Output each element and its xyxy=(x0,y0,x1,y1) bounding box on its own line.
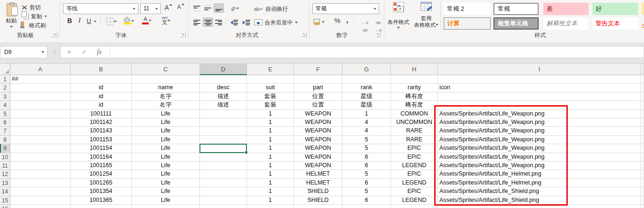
cell-D11[interactable] xyxy=(200,162,247,170)
cell-A2[interactable] xyxy=(10,84,71,92)
cell-A14[interactable] xyxy=(10,187,71,196)
cell-D7[interactable] xyxy=(200,127,247,135)
cell-C2[interactable]: name xyxy=(132,84,200,92)
cell-D15[interactable] xyxy=(200,196,247,205)
copy-button[interactable]: 复制 xyxy=(22,12,59,21)
cell-stub-10[interactable] xyxy=(641,153,644,162)
paste-button[interactable]: 粘贴 xyxy=(2,1,21,30)
cell-C16[interactable] xyxy=(132,205,200,208)
row-header-3[interactable]: 3 xyxy=(0,92,10,101)
font-name-dropdown-icon[interactable] xyxy=(133,8,135,10)
format-as-table-dropdown-icon[interactable] xyxy=(436,24,438,26)
cell-A15[interactable] xyxy=(10,196,71,205)
cell-style-good[interactable]: 好 xyxy=(592,3,638,15)
cell-A8[interactable] xyxy=(10,136,71,144)
paste-dropdown-icon[interactable] xyxy=(10,26,13,28)
cell-B7[interactable]: 1001143 xyxy=(71,127,132,135)
cell-stub-4[interactable] xyxy=(641,101,644,109)
cell-D5[interactable] xyxy=(200,110,247,118)
cell-F9[interactable]: WEAPON xyxy=(294,144,342,153)
cell-D13[interactable] xyxy=(200,179,247,187)
cell-stub-1[interactable] xyxy=(641,75,644,84)
format-painter-button[interactable]: 格式刷 xyxy=(21,21,58,30)
cell-stub-16[interactable] xyxy=(641,205,644,208)
row-header-11[interactable]: 11 xyxy=(0,162,10,170)
cell-H1[interactable] xyxy=(391,75,438,84)
increase-indent-button[interactable] xyxy=(241,18,252,26)
cell-H7[interactable]: RARE xyxy=(391,127,438,135)
cell-H12[interactable]: EPIC xyxy=(391,170,438,178)
cell-E9[interactable]: 1 xyxy=(247,144,294,153)
cell-G1[interactable] xyxy=(342,75,391,84)
shrink-font-button[interactable]: A xyxy=(175,4,186,10)
fill-color-dropdown-icon[interactable] xyxy=(131,20,134,22)
cell-E14[interactable]: 1 xyxy=(247,187,294,196)
row-header-14[interactable]: 14 xyxy=(0,187,10,196)
cell-C4[interactable]: 名字 xyxy=(132,101,200,109)
align-left-button[interactable] xyxy=(192,18,201,26)
underline-dropdown-icon[interactable] xyxy=(94,21,96,23)
name-box-dropdown-icon[interactable] xyxy=(41,51,44,53)
cell-C14[interactable]: Life xyxy=(132,187,200,196)
cell-H15[interactable]: LEGEND xyxy=(391,196,438,205)
cell-A7[interactable] xyxy=(10,127,71,135)
column-header-A[interactable]: A xyxy=(10,64,71,75)
row-header-8[interactable]: 8 xyxy=(0,136,10,144)
cell-C5[interactable]: Life xyxy=(132,110,200,118)
cell-A12[interactable] xyxy=(10,170,71,178)
accounting-dropdown-icon[interactable] xyxy=(322,21,325,23)
cell-H11[interactable]: LEGEND xyxy=(391,162,438,170)
cell-G8[interactable]: 5 xyxy=(342,136,391,144)
phonetic-button[interactable]: wén 文 xyxy=(158,16,174,25)
cell-E13[interactable]: 1 xyxy=(247,179,294,187)
cell-style-warning[interactable]: 警告文本 xyxy=(592,17,638,30)
underline-button[interactable]: U xyxy=(85,17,93,24)
cell-H2[interactable]: rarity xyxy=(391,84,438,92)
cell-C15[interactable]: Life xyxy=(132,196,200,205)
cell-F3[interactable]: 位置 xyxy=(294,92,342,101)
cell-style-explanatory[interactable]: 解释性文本 xyxy=(543,17,588,30)
cell-F13[interactable]: HELMET xyxy=(294,179,342,187)
cell-I1[interactable] xyxy=(438,75,641,84)
cell-B14[interactable]: 1001354 xyxy=(71,187,132,196)
cell-stub-14[interactable] xyxy=(641,187,644,196)
cell-B2[interactable]: id xyxy=(71,84,132,92)
align-middle-button[interactable] xyxy=(203,4,212,12)
column-header-H[interactable]: H xyxy=(391,64,438,75)
fill-color-button[interactable] xyxy=(121,16,136,25)
row-header-10[interactable]: 10 xyxy=(0,153,10,162)
cell-E16[interactable] xyxy=(247,205,294,208)
cell-F6[interactable]: WEAPON xyxy=(294,118,342,127)
cell-F4[interactable]: 位置 xyxy=(294,101,342,109)
cell-A4[interactable] xyxy=(10,101,71,109)
cell-style-normal2[interactable]: 常规 2 xyxy=(444,3,491,15)
cell-A13[interactable] xyxy=(10,179,71,187)
cell-D16[interactable] xyxy=(200,205,247,208)
cell-E5[interactable]: 1 xyxy=(247,110,294,118)
cell-C6[interactable]: Life xyxy=(132,118,200,127)
cell-E8[interactable]: 1 xyxy=(247,136,294,144)
cell-D12[interactable] xyxy=(200,170,247,178)
cell-H16[interactable] xyxy=(391,205,438,208)
cell-G16[interactable] xyxy=(342,205,391,208)
column-header-stub[interactable] xyxy=(641,64,644,75)
cell-E11[interactable]: 1 xyxy=(247,162,294,170)
number-format-dropdown-icon[interactable] xyxy=(374,8,376,10)
cell-B5[interactable]: 1001111 xyxy=(71,110,132,118)
column-header-G[interactable]: G xyxy=(342,64,391,75)
cell-H5[interactable]: COMMON xyxy=(391,110,438,118)
cell-A16[interactable] xyxy=(10,205,71,208)
borders-dropdown-icon[interactable] xyxy=(114,21,117,23)
cell-G11[interactable]: 6 xyxy=(342,162,391,170)
row-header-5[interactable]: 5 xyxy=(0,110,10,118)
cut-button[interactable]: 剪切 xyxy=(22,3,55,12)
align-top-button[interactable] xyxy=(192,4,201,12)
cell-A6[interactable] xyxy=(10,118,71,127)
font-color-button[interactable]: A xyxy=(139,16,154,24)
percent-style-button[interactable]: % xyxy=(332,16,342,24)
cell-F7[interactable]: WEAPON xyxy=(294,127,342,135)
cell-H4[interactable]: 稀有度 xyxy=(391,101,438,109)
cell-A3[interactable] xyxy=(10,92,71,101)
cell-B9[interactable]: 1001154 xyxy=(71,144,132,153)
cell-A5[interactable] xyxy=(10,110,71,118)
